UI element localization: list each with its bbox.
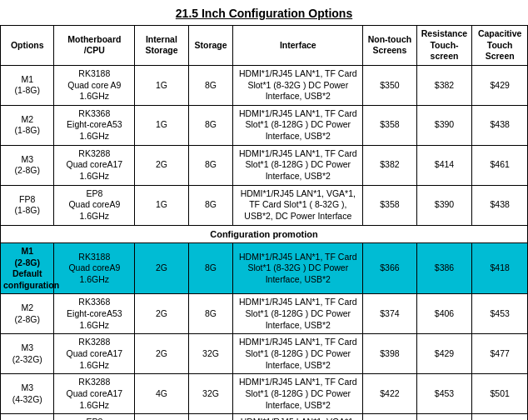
cell-option: M3 (2-8G) bbox=[1, 145, 54, 185]
cell-storage: 8G bbox=[188, 185, 233, 225]
cell-option: M3 (2-32G) bbox=[1, 334, 54, 374]
cell-resistance: $429 bbox=[416, 334, 472, 374]
cell-resistance: $453 bbox=[416, 374, 472, 414]
cell-storage: 8G bbox=[188, 105, 233, 145]
cell-option: FP8 (2-8G) bbox=[1, 414, 54, 420]
cell-nontouch: $382 bbox=[363, 145, 416, 185]
cell-internal: 2G bbox=[135, 334, 188, 374]
cell-mobo: RK3288 Quad coreA17 1.6GHz bbox=[54, 334, 135, 374]
cell-mobo: EP8 Quad coreA9 1.6GHz bbox=[54, 185, 135, 225]
cell-nontouch: $358 bbox=[363, 185, 416, 225]
cell-nontouch: $398 bbox=[363, 334, 416, 374]
cell-capacitive: $453 bbox=[472, 294, 528, 334]
cell-nontouch: $350 bbox=[363, 65, 416, 105]
cell-interface: HDMI*1/RJ45 LAN*1, TF Card Slot*1 (8-128… bbox=[233, 334, 363, 374]
cell-capacitive: $418 bbox=[472, 242, 528, 294]
cell-nontouch: $422 bbox=[363, 374, 416, 414]
table-row: M3 (4-32G)RK3288 Quad coreA17 1.6GHz4G32… bbox=[1, 374, 528, 414]
cell-internal: 2G bbox=[135, 414, 188, 420]
table-row: M3 (2-8G)RK3288 Quad coreA17 1.6GHz2G8GH… bbox=[1, 145, 528, 185]
cell-internal: 1G bbox=[135, 105, 188, 145]
section-promotion-header: Configuration promotion bbox=[1, 225, 528, 242]
col-header-capacitive: Capacitive Touch Screen bbox=[472, 26, 528, 66]
cell-mobo: RK3188 Quad core A9 1.6GHz bbox=[54, 65, 135, 105]
cell-interface: HDMI*1/RJ45 LAN*1, TF Card Slot*1 (8-32G… bbox=[233, 242, 363, 294]
cell-internal: 1G bbox=[135, 65, 188, 105]
cell-nontouch: $358 bbox=[363, 105, 416, 145]
cell-internal: 2G bbox=[135, 145, 188, 185]
table-row: FP8 (1-8G)EP8 Quad coreA9 1.6GHz1G8GHDMI… bbox=[1, 185, 528, 225]
cell-internal: 2G bbox=[135, 294, 188, 334]
cell-interface: HDMI*1/RJ45 LAN*1, VGA*1, TF Card Slot*1… bbox=[233, 185, 363, 225]
cell-nontouch: $374 bbox=[363, 294, 416, 334]
table-row: FP8 (2-8G)EP8 Quad coreA9 1.6GHz2G8GHDMI… bbox=[1, 414, 528, 420]
table-row: M2 (2-8G)RK3368 Eight-coreA53 1.6GHz2G8G… bbox=[1, 294, 528, 334]
cell-mobo: RK3288 Quad coreA17 1.6GHz bbox=[54, 374, 135, 414]
col-header-options: Options bbox=[1, 26, 54, 66]
col-header-resistance: Resistance Touch-screen bbox=[416, 26, 472, 66]
cell-resistance: $414 bbox=[416, 145, 472, 185]
cell-option: M1 (2-8G) Default configuration bbox=[1, 242, 54, 294]
cell-resistance: $390 bbox=[416, 185, 472, 225]
cell-internal: 2G bbox=[135, 242, 188, 294]
cell-capacitive: $429 bbox=[472, 65, 528, 105]
cell-nontouch: $366 bbox=[363, 242, 416, 294]
cell-storage: 32G bbox=[188, 334, 233, 374]
cell-interface: HDMI*1/RJ45 LAN*1, TF Card Slot*1 (8-128… bbox=[233, 374, 363, 414]
cell-resistance: $382 bbox=[416, 65, 472, 105]
cell-nontouch: $374 bbox=[363, 414, 416, 420]
col-header-nontouch: Non-touch Screens bbox=[363, 26, 416, 66]
cell-interface: HDMI*1/RJ45 LAN*1, VGA*1, TF Card Slot*1… bbox=[233, 414, 363, 420]
cell-resistance: $390 bbox=[416, 105, 472, 145]
page-title: 21.5 Inch Configuration Options bbox=[0, 0, 528, 25]
cell-capacitive: $501 bbox=[472, 374, 528, 414]
cell-mobo: RK3288 Quad coreA17 1.6GHz bbox=[54, 145, 135, 185]
cell-internal: 4G bbox=[135, 374, 188, 414]
cell-storage: 8G bbox=[188, 65, 233, 105]
cell-storage: 8G bbox=[188, 294, 233, 334]
cell-storage: 32G bbox=[188, 374, 233, 414]
col-header-internal: Internal Storage bbox=[135, 26, 188, 66]
cell-mobo: EP8 Quad coreA9 1.6GHz bbox=[54, 414, 135, 420]
cell-capacitive: $438 bbox=[472, 105, 528, 145]
table-row: M1 (1-8G)RK3188 Quad core A9 1.6GHz1G8GH… bbox=[1, 65, 528, 105]
table-row: M1 (2-8G) Default configurationRK3188 Qu… bbox=[1, 242, 528, 294]
cell-resistance: $406 bbox=[416, 414, 472, 420]
col-header-interface: Interface bbox=[233, 26, 363, 66]
cell-option: M3 (4-32G) bbox=[1, 374, 54, 414]
cell-internal: 1G bbox=[135, 185, 188, 225]
cell-mobo: RK3188 Quad coreA9 1.6GHz bbox=[54, 242, 135, 294]
table-row: M2 (1-8G)RK3368 Eight-coreA53 1.6GHz1G8G… bbox=[1, 105, 528, 145]
cell-resistance: $406 bbox=[416, 294, 472, 334]
cell-capacitive: $461 bbox=[472, 145, 528, 185]
cell-option: M1 (1-8G) bbox=[1, 65, 54, 105]
cell-resistance: $386 bbox=[416, 242, 472, 294]
cell-storage: 8G bbox=[188, 145, 233, 185]
cell-storage: 8G bbox=[188, 414, 233, 420]
cell-capacitive: $477 bbox=[472, 334, 528, 374]
col-header-storage: Storage bbox=[188, 26, 233, 66]
cell-storage: 8G bbox=[188, 242, 233, 294]
cell-interface: HDMI*1/RJ45 LAN*1, TF Card Slot*1 (8-128… bbox=[233, 145, 363, 185]
cell-capacitive: $453 bbox=[472, 414, 528, 420]
col-header-mobo: Motherboard /CPU bbox=[54, 26, 135, 66]
cell-interface: HDMI*1/RJ45 LAN*1, TF Card Slot*1 (8-32G… bbox=[233, 65, 363, 105]
cell-interface: HDMI*1/RJ45 LAN*1, TF Card Slot*1 (8-128… bbox=[233, 105, 363, 145]
cell-mobo: RK3368 Eight-coreA53 1.6GHz bbox=[54, 105, 135, 145]
cell-capacitive: $438 bbox=[472, 185, 528, 225]
cell-interface: HDMI*1/RJ45 LAN*1, TF Card Slot*1 (8-128… bbox=[233, 294, 363, 334]
cell-option: FP8 (1-8G) bbox=[1, 185, 54, 225]
table-row: M3 (2-32G)RK3288 Quad coreA17 1.6GHz2G32… bbox=[1, 334, 528, 374]
cell-mobo: RK3368 Eight-coreA53 1.6GHz bbox=[54, 294, 135, 334]
cell-option: M2 (1-8G) bbox=[1, 105, 54, 145]
cell-option: M2 (2-8G) bbox=[1, 294, 54, 334]
